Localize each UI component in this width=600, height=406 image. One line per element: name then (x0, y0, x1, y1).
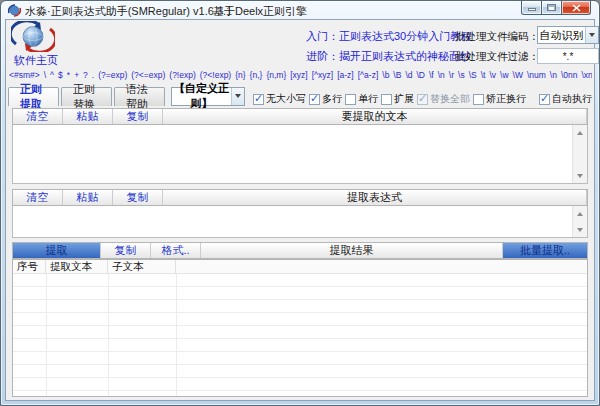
option-checkbox[interactable]: 多行 (309, 92, 342, 106)
regex-symbol[interactable]: ^ (50, 70, 54, 80)
regex-symbol[interactable]: \s (458, 70, 465, 80)
regex-symbol[interactable]: (?<=exp) (131, 70, 165, 80)
clear-expression-button[interactable]: 清空 (13, 190, 63, 205)
regex-symbol[interactable]: (?=exp) (98, 70, 127, 80)
regex-symbol[interactable]: \S (469, 70, 477, 80)
extract-button[interactable]: 提取 (13, 243, 101, 258)
scroll-up-icon[interactable] (575, 126, 585, 136)
regex-symbol[interactable]: \t (481, 70, 486, 80)
option-checkbox[interactable]: 自动执行 (539, 92, 592, 106)
paste-expression-button[interactable]: 粘贴 (63, 190, 113, 205)
minimize-button[interactable] (521, 1, 542, 15)
option-checkbox[interactable]: 单行 (345, 92, 378, 106)
regex-symbol[interactable]: \ (44, 70, 46, 80)
regex-symbol[interactable]: $ (58, 70, 63, 80)
scroll-down-icon[interactable] (575, 226, 585, 236)
regex-symbol[interactable]: \W (513, 70, 523, 80)
batch-extract-button[interactable]: 批量提取.. (503, 243, 587, 258)
regex-preset-value: 【自定义正则】 (172, 81, 231, 111)
regex-symbol[interactable]: ? (83, 70, 88, 80)
regex-symbol[interactable]: \n (438, 70, 445, 80)
column-header-text[interactable]: 提取文本 (46, 260, 108, 273)
regex-symbol[interactable]: \B (393, 70, 401, 80)
copy-expression-button[interactable]: 复制 (113, 190, 163, 205)
regex-symbol[interactable]: <#sm#> (9, 70, 40, 80)
regex-symbol[interactable]: + (74, 70, 79, 80)
encoding-select[interactable]: 自动识别 (537, 26, 599, 44)
close-icon (572, 4, 581, 12)
app-icon (8, 4, 21, 17)
encoding-value: 自动识别 (538, 28, 585, 43)
tab-2[interactable]: 语法帮助 (114, 87, 165, 106)
format-button[interactable]: 格式.. (151, 243, 201, 258)
source-scrollbar[interactable] (572, 125, 587, 183)
regex-preset-select[interactable]: 【自定义正则】 (171, 87, 245, 106)
regex-symbol[interactable]: * (67, 70, 70, 80)
chevron-down-icon[interactable] (585, 27, 598, 43)
regex-symbol[interactable]: [a-z] (337, 70, 354, 80)
regex-symbol[interactable]: [^a-z] (358, 70, 379, 80)
home-page-link[interactable]: 软件主页 (14, 53, 58, 68)
regex-symbol[interactable]: (?!exp) (169, 70, 195, 80)
regex-symbol[interactable]: \n (550, 70, 557, 80)
regex-symbol[interactable]: \0nn (561, 70, 578, 80)
expression-textarea[interactable] (12, 206, 588, 238)
option-label: 替换全部 (430, 92, 470, 106)
results-listview[interactable]: 序号 提取文本 子文本 (12, 259, 588, 397)
close-button[interactable] (562, 1, 591, 15)
option-label: 无大小写 (266, 92, 306, 106)
regex-symbol[interactable]: [^xyz] (312, 70, 333, 80)
advanced-tutorial-link[interactable]: 进阶：揭开正则表达式的神秘面纱 (306, 49, 471, 64)
regex-symbol[interactable]: \D (416, 70, 425, 80)
option-checkbox[interactable]: 扩展 (381, 92, 414, 106)
tab-0[interactable]: 正则提取 (8, 87, 59, 106)
regex-symbol[interactable]: \r (449, 70, 454, 80)
column-header-index[interactable]: 序号 (13, 260, 46, 273)
regex-symbols-row: <#sm#>\^$*+?.(?=exp)(?<=exp)(?!exp)(?<!e… (9, 68, 592, 82)
regex-symbol[interactable]: {n} (235, 70, 245, 80)
app-window: 水淼·正则表达式助手(SMRegular) v1.6.3.1 基于Deelx正则… (0, 0, 600, 406)
encoding-label: 批处理文件编码： (455, 30, 539, 44)
regex-symbol[interactable]: {n,} (250, 70, 263, 80)
scroll-up-icon[interactable] (575, 207, 585, 217)
source-textarea[interactable] (12, 125, 588, 184)
regex-symbol[interactable]: \xnn (581, 70, 592, 80)
titlebar[interactable]: 水淼·正则表达式助手(SMRegular) v1.6.3.1 基于Deelx正则… (1, 1, 599, 19)
chevron-down-icon[interactable] (231, 88, 244, 105)
regex-symbol[interactable]: \d (405, 70, 412, 80)
expression-scrollbar[interactable] (572, 206, 587, 237)
expression-toolbar: 清空 粘贴 复制 提取表达式 (12, 189, 588, 206)
regex-symbol[interactable]: [xyz] (290, 70, 307, 80)
option-checkbox[interactable]: 矫正换行 (473, 92, 526, 106)
scroll-down-icon[interactable] (575, 172, 585, 182)
column-header-subtext[interactable]: 子文本 (108, 260, 176, 273)
regex-symbol[interactable]: \b (382, 70, 389, 80)
engine-note: 基于Deelx正则引擎 (213, 4, 307, 19)
clear-source-button[interactable]: 清空 (13, 109, 63, 124)
copy-result-button[interactable]: 复制 (101, 243, 151, 258)
checkbox-icon (309, 94, 320, 105)
regex-symbol[interactable]: (?<!exp) (200, 70, 231, 80)
paste-source-button[interactable]: 粘贴 (63, 109, 113, 124)
regex-symbol[interactable]: \w (500, 70, 509, 80)
regex-symbol[interactable]: {n,m} (266, 70, 286, 80)
option-label: 单行 (358, 92, 378, 106)
regex-symbol[interactable]: \f (429, 70, 434, 80)
results-rows[interactable] (13, 274, 587, 396)
option-checkbox[interactable]: 无大小写 (253, 92, 306, 106)
tab-1[interactable]: 正则替换 (61, 87, 112, 106)
regex-symbol[interactable]: \v (489, 70, 496, 80)
file-filter-input[interactable] (537, 48, 599, 64)
beginner-tutorial-link[interactable]: 入门：正则表达式30分钟入门教程 (306, 29, 472, 44)
options-row: 无大小写多行单行扩展替换全部矫正换行自动执行 (253, 92, 592, 106)
checkbox-icon (381, 94, 392, 105)
checkbox-icon (417, 94, 428, 105)
maximize-button[interactable] (542, 1, 562, 15)
option-label: 多行 (322, 92, 342, 106)
regex-symbol[interactable]: \num (527, 70, 546, 80)
regex-symbol[interactable]: . (92, 70, 94, 80)
minimize-icon (528, 8, 536, 11)
app-logo-icon (11, 21, 55, 52)
copy-source-button[interactable]: 复制 (113, 109, 163, 124)
option-checkbox: 替换全部 (417, 92, 470, 106)
